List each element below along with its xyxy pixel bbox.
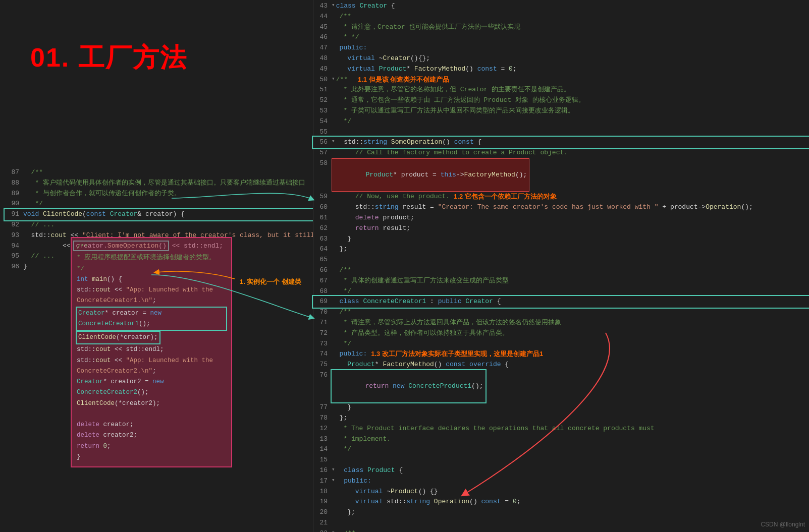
right-line-43: 43 ▾ class Creator { [313,1,809,12]
right-panel: 43 ▾ class Creator { 44 /** 45 * 请注意，Cre… [313,0,809,532]
right-line-56: 56 ▾ std::string SomeOperation() const { [313,137,809,148]
right-line-21: 21 [313,518,809,528]
right-line-17: 17 ▾ public: [313,476,809,487]
right-line-78: 78 }; [313,413,809,424]
right-line-63: 63 } [313,234,809,245]
code-line-87: 87 /** [5,167,356,178]
annotation-11: 1.1 但是该 创造类并不创建产品 [358,75,449,85]
code-line-88: 88 * 客户端代码使用具体创作者的实例，尽管是通过其基础接口。只要客户端继续通… [5,178,356,189]
title-area: 01. 工厂方法 [30,40,187,76]
right-line-58: 58 Product* product = this->FactoryMetho… [313,158,809,192]
right-line-12: 12 * The Product interface declares the … [313,424,809,434]
code-line-90: 90 */ [5,199,356,209]
right-line-70: 70 /** [313,307,809,318]
right-line-60: 60 std::string result = "Creator: The sa… [313,202,809,213]
left-panel: 01. 工厂方法 87 /** 88 * 客户端代码使用具体创作者的实例，尽管是… [0,0,313,532]
right-line-66: 66 /** [313,265,809,276]
annotation-12: 1.2 它包含一个依赖工厂方法的对象 [454,192,557,202]
right-line-61: 61 delete product; [313,213,809,223]
annotation-instantiate: 1. 实例化一个 创建类 [240,277,301,286]
right-line-51: 51 * 此外要注意，尽管它的名称如此，但 Creator 的主要责任不是创建产… [313,85,809,95]
right-line-54: 54 */ [313,116,809,127]
right-line-57: 57 // Call the factory method to create … [313,148,809,158]
right-line-20: 20 }; [313,507,809,518]
right-line-14: 14 */ [313,444,809,455]
right-line-73: 73 */ [313,339,809,349]
right-line-18: 18 virtual ~Product() {} [313,487,809,497]
right-line-64: 64 }; [313,244,809,255]
right-line-45: 45 * 请注意，Creator 也可能会提供工厂方法的一些默认实现 [313,22,809,33]
right-line-62: 62 return result; [313,223,809,234]
right-line-77: 77 } [313,402,809,413]
right-line-48: 48 virtual ~Creator(){}; [313,53,809,64]
right-line-16: 16 ▾ class Product { [313,465,809,476]
main-function-block: /** * 应用程序根据配置或环境选择创建者的类型。 */ int main()… [71,237,232,467]
right-line-19: 19 virtual std::string Operation() const… [313,497,809,507]
right-line-49: 49 virtual Product* FactoryMethod() cons… [313,64,809,75]
code-line-91: 91 void ClientCode(const Creator& creato… [5,209,356,220]
right-line-46: 46 * */ [313,32,809,43]
right-line-44: 44 /** [313,12,809,22]
right-line-74: 74 public: 1.3 改工厂方法对象实际在子类型里实现，这里是创建产品1 [313,349,809,360]
right-line-15: 15 [313,455,809,465]
annotation-13: 1.3 改工厂方法对象实际在子类型里实现，这里是创建产品1 [371,349,543,360]
watermark: CSDN @llonglnt [761,521,805,528]
right-code-area: 43 ▾ class Creator { 44 /** 45 * 请注意，Cre… [313,0,809,532]
code-line-92: 92 // ... [5,220,356,230]
right-line-52: 52 * 通常，它包含一些依赖于由 工厂方法返回的 Product 对象 的核心… [313,95,809,106]
main-title: 01. 工厂方法 [30,40,187,76]
right-line-76: 76 return new ConcreteProduct1(); [313,370,809,402]
right-line-72: 72 * 产品类型。这样，创作者可以保持独立于具体产品类。 [313,328,809,339]
right-line-65: 65 [313,255,809,265]
code-line-89: 89 * 与创作者合作，就可以传递任何创作者的子类。 [5,189,356,199]
right-line-68: 68 */ [313,286,809,297]
right-line-67: 67 * 具体的创建者通过重写工厂方法来改变生成的产品类型 [313,276,809,286]
right-line-50: 50 ▾ /** 1.1 但是该 创造类并不创建产品 [313,75,809,85]
right-line-59: 59 // Now, use the product. 1.2 它包含一个依赖工… [313,192,809,202]
right-line-75: 75 Product* FactoryMethod() const overri… [313,360,809,370]
right-line-22: 22 ▾ /** [313,528,809,532]
right-line-71: 71 * 请注意，尽管实际上从方法返回具体产品，但该方法的签名仍然使用抽象 [313,318,809,328]
right-line-69: 69 class ConcreteCreator1 : public Creat… [313,297,809,307]
right-line-47: 47 public: [313,43,809,53]
right-line-55: 55 [313,127,809,138]
right-line-13: 13 * implement. [313,434,809,445]
right-line-53: 53 * 子类可以通过重写工厂方法并从中返回不同类型的产品来间接更改业务逻辑。 [313,106,809,116]
